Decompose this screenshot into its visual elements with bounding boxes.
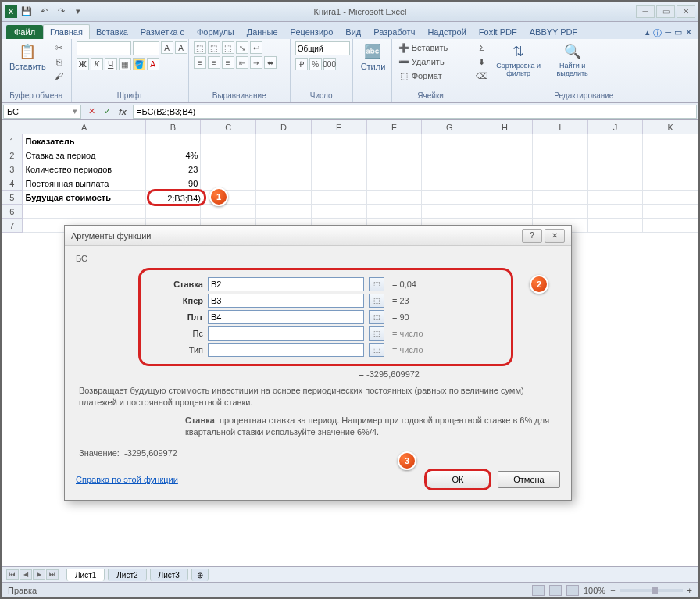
tab-abbyy[interactable]: ABBYY PDF	[523, 25, 584, 39]
zoom-out-button[interactable]: −	[610, 586, 615, 595]
namebox-dropdown-icon[interactable]: ▾	[73, 106, 77, 116]
row-header-2[interactable]: 2	[2, 148, 23, 162]
align-center-button[interactable]: ≡	[208, 56, 220, 69]
close-button[interactable]: ✕	[677, 5, 695, 18]
increase-indent-button[interactable]: ⇥	[250, 56, 262, 69]
italic-button[interactable]: К	[91, 58, 103, 70]
delete-cells-button[interactable]: ➖Удалить	[397, 55, 450, 68]
view-layout-button[interactable]	[549, 585, 562, 596]
arg-input-type[interactable]	[208, 343, 364, 357]
comma-button[interactable]: 000	[323, 58, 336, 70]
dialog-ok-button[interactable]: ОК	[424, 469, 491, 490]
tab-file[interactable]: Файл	[6, 25, 43, 39]
range-selector-nper[interactable]: ⬚	[369, 294, 384, 308]
row-header-4[interactable]: 4	[2, 176, 23, 191]
cell-B2[interactable]: 4%	[146, 148, 202, 162]
clear-button[interactable]: ⌫	[475, 70, 489, 82]
sheet-tab-2[interactable]: Лист2	[108, 569, 146, 581]
col-header-K[interactable]: K	[643, 120, 698, 134]
redo-icon[interactable]: ↷	[55, 5, 67, 18]
sheet-tab-1[interactable]: Лист1	[66, 569, 105, 581]
tab-home[interactable]: Главная	[43, 24, 90, 39]
border-button[interactable]: ▦	[119, 58, 131, 70]
save-icon[interactable]: 💾	[20, 5, 33, 18]
autosum-button[interactable]: Σ	[475, 41, 489, 54]
col-header-C[interactable]: C	[201, 120, 256, 134]
wrap-text-button[interactable]: ↩	[250, 41, 262, 54]
tab-addins[interactable]: Надстрой	[421, 25, 472, 39]
sheet-nav-first[interactable]: ⏮	[6, 569, 19, 580]
accept-formula-button[interactable]: ✓	[100, 105, 114, 119]
row-header-1[interactable]: 1	[2, 134, 23, 148]
col-header-D[interactable]: D	[256, 120, 312, 134]
tab-foxit[interactable]: Foxit PDF	[473, 25, 523, 39]
merge-button[interactable]: ⬌	[264, 56, 277, 69]
align-top-button[interactable]: ⬚	[194, 41, 206, 54]
ribbon-minimize-icon[interactable]: ▴	[645, 27, 650, 39]
zoom-slider[interactable]	[620, 589, 683, 592]
paste-button[interactable]: 📋 Вставить	[6, 41, 49, 73]
dialog-cancel-button[interactable]: Отмена	[498, 471, 560, 488]
range-selector-rate[interactable]: ⬚	[369, 277, 384, 291]
zoom-in-button[interactable]: +	[688, 586, 692, 595]
ribbon-window-min-icon[interactable]: ─	[665, 27, 671, 39]
orientation-button[interactable]: ⤡	[236, 41, 248, 54]
col-header-I[interactable]: I	[533, 120, 588, 134]
styles-button[interactable]: 🔤Стили	[358, 41, 389, 73]
ribbon-window-restore-icon[interactable]: ▭	[674, 27, 682, 39]
tab-view[interactable]: Вид	[339, 25, 367, 39]
number-format-select[interactable]	[295, 41, 350, 55]
align-left-button[interactable]: ≡	[194, 56, 206, 69]
col-header-H[interactable]: H	[477, 120, 533, 134]
zoom-level[interactable]: 100%	[584, 586, 605, 595]
name-box[interactable]: БС▾	[3, 105, 81, 119]
font-color-button[interactable]: A	[147, 58, 159, 70]
cell-A1[interactable]: Показатель	[23, 134, 145, 148]
view-normal-button[interactable]	[532, 585, 545, 596]
font-size-select[interactable]	[133, 41, 159, 55]
align-middle-button[interactable]: ⬚	[208, 41, 220, 54]
align-right-button[interactable]: ≡	[222, 56, 234, 69]
col-header-A[interactable]: A	[23, 120, 146, 134]
grow-font-button[interactable]: A	[161, 41, 173, 54]
range-selector-type[interactable]: ⬚	[369, 343, 384, 357]
fill-button[interactable]: ⬇	[475, 55, 489, 68]
cut-button[interactable]: ✂	[52, 41, 66, 54]
shrink-font-button[interactable]: A	[175, 41, 188, 54]
formula-bar[interactable]: =БС(B2;B3;B4)	[133, 105, 697, 119]
col-header-E[interactable]: E	[312, 120, 367, 134]
cell-A5[interactable]: Будущая стоимость	[23, 191, 145, 205]
cell-A3[interactable]: Количество периодов	[23, 162, 145, 176]
sort-filter-button[interactable]: ⇅Сортировка и фильтр	[492, 41, 545, 79]
decrease-indent-button[interactable]: ⇤	[236, 56, 248, 69]
align-bottom-button[interactable]: ⬚	[222, 41, 234, 54]
col-header-J[interactable]: J	[588, 120, 644, 134]
sheet-nav-next[interactable]: ▶	[33, 569, 45, 580]
dialog-help-button[interactable]: ?	[522, 229, 542, 243]
format-cells-button[interactable]: ⬚Формат	[397, 70, 450, 82]
find-select-button[interactable]: 🔍Найти и выделить	[548, 41, 597, 79]
insert-cells-button[interactable]: ➕Вставить	[397, 41, 450, 54]
cell-A2[interactable]: Ставка за период	[23, 148, 145, 162]
tab-formulas[interactable]: Формулы	[191, 25, 241, 39]
help-icon[interactable]: ⓘ	[653, 27, 662, 39]
col-header-B[interactable]: B	[146, 120, 202, 134]
currency-button[interactable]: ₽	[295, 58, 308, 70]
minimize-button[interactable]: ─	[636, 5, 655, 18]
undo-icon[interactable]: ↶	[38, 5, 50, 18]
range-selector-pmt[interactable]: ⬚	[369, 310, 384, 324]
col-header-G[interactable]: G	[422, 120, 477, 134]
qat-dropdown-icon[interactable]: ▾	[72, 5, 84, 18]
view-pagebreak-button[interactable]	[566, 585, 579, 596]
tab-insert[interactable]: Вставка	[90, 25, 134, 39]
font-name-select[interactable]	[77, 41, 131, 55]
sheet-tab-3[interactable]: Лист3	[150, 569, 188, 581]
bold-button[interactable]: Ж	[77, 58, 89, 70]
ribbon-window-close-icon[interactable]: ✕	[685, 27, 692, 39]
dialog-help-link[interactable]: Справка по этой функции	[76, 475, 178, 484]
fill-color-button[interactable]: 🪣	[133, 58, 145, 70]
cell-B3[interactable]: 23	[146, 162, 202, 176]
cancel-formula-button[interactable]: ✕	[84, 105, 98, 119]
arg-input-nper[interactable]	[208, 294, 364, 308]
underline-button[interactable]: Ч	[105, 58, 117, 70]
